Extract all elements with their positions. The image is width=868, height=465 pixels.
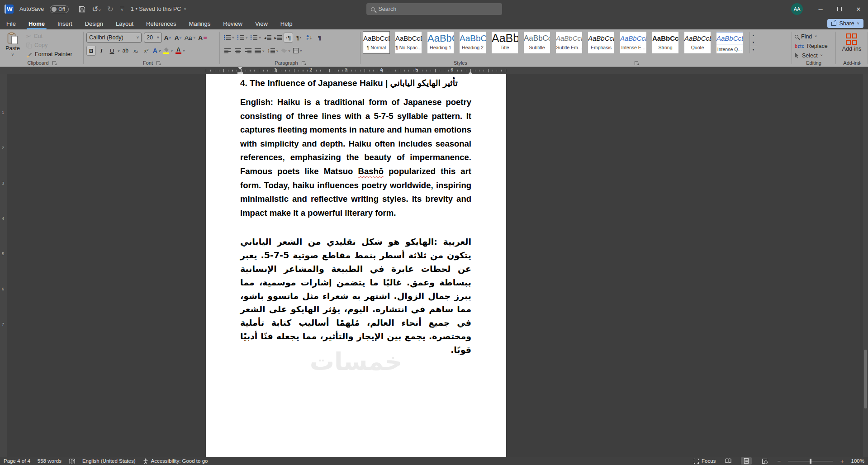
addins-button[interactable]: Add-ins <box>840 31 864 59</box>
zoom-slider-thumb[interactable] <box>810 459 811 464</box>
zoom-out-button[interactable]: − <box>777 458 781 465</box>
word-count[interactable]: 558 words <box>38 458 62 464</box>
collapse-ribbon-icon[interactable]: ˄ <box>858 60 861 65</box>
zoom-level[interactable]: 100% <box>851 458 864 464</box>
style-strong[interactable]: AaBbCcDStrong <box>652 32 678 53</box>
web-layout-button[interactable] <box>759 457 770 465</box>
tab-layout[interactable]: Layout <box>109 18 140 29</box>
font-dialog-launcher-icon[interactable] <box>157 61 160 65</box>
minimize-button[interactable]: ─ <box>811 0 830 18</box>
find-button[interactable]: Find˅ <box>795 33 828 40</box>
arabic-paragraph[interactable]: العربية :الهايكو هو شكل تقليدي من الشعر … <box>240 235 471 356</box>
replace-button[interactable]: b⇄cReplace <box>795 42 828 50</box>
document-page[interactable]: 4. The Influence of Japanese Haiku | تأث… <box>206 74 506 457</box>
justify-button[interactable]: ˅ <box>254 46 266 56</box>
show-formatting-marks-button[interactable]: ¶ <box>315 33 324 43</box>
styles-dialog-launcher-icon[interactable] <box>635 61 638 65</box>
maximize-button[interactable] <box>830 0 849 18</box>
borders-button[interactable]: ˅ <box>292 46 303 56</box>
text-highlight-button[interactable]: ˅ <box>162 46 174 56</box>
horizontal-ruler[interactable]: 1 2 3 4 5 6 <box>0 67 868 74</box>
tab-references[interactable]: References <box>140 18 182 29</box>
customize-quick-access-icon[interactable]: ˅ <box>120 7 124 11</box>
vertical-scrollbar[interactable] <box>863 74 868 457</box>
style-subtitle[interactable]: AaBbCcDSubtitle <box>524 32 550 53</box>
close-button[interactable]: ✕ <box>849 0 868 18</box>
right-indent-marker[interactable] <box>468 69 473 74</box>
zoom-slider[interactable] <box>788 461 833 461</box>
align-right-button[interactable] <box>243 46 253 56</box>
page-indicator[interactable]: Page 4 of 4 <box>4 458 30 464</box>
style-heading2[interactable]: AaBbCcDHeading 2 <box>460 32 486 53</box>
italic-button[interactable]: I <box>97 46 106 56</box>
text-effects-button[interactable]: A˅ <box>152 46 162 56</box>
search-input[interactable]: Search <box>366 3 502 15</box>
tab-design[interactable]: Design <box>79 18 109 29</box>
format-painter-button[interactable]: Format Painter <box>26 51 72 58</box>
copy-button[interactable]: Copy <box>26 42 72 49</box>
bullets-button[interactable]: ˅ <box>223 33 235 43</box>
paragraph-dialog-launcher-icon[interactable] <box>302 61 305 65</box>
style-heading1[interactable]: AaBbCcDHeading 1 <box>427 32 454 53</box>
redo-button[interactable]: ↻ <box>107 5 114 14</box>
grow-font-button[interactable]: A˄ <box>163 33 172 43</box>
decrease-indent-button[interactable]: ◂ <box>263 33 272 43</box>
ltr-text-direction-button[interactable]: ›¶ <box>284 33 293 43</box>
paste-button[interactable]: Paste ˅ <box>3 31 23 59</box>
tab-home[interactable]: Home <box>22 18 51 29</box>
accessibility-status[interactable]: Accessibility: Good to go <box>143 458 208 464</box>
share-button[interactable]: Share ˅ <box>827 19 863 28</box>
avatar[interactable]: AA <box>791 3 803 15</box>
scrollbar-thumb[interactable] <box>864 350 867 408</box>
tab-review[interactable]: Review <box>217 18 249 29</box>
line-spacing-button[interactable]: ↕˅ <box>266 46 280 56</box>
autosave-toggle[interactable]: Off <box>50 5 69 13</box>
document-heading[interactable]: 4. The Influence of Japanese Haiku | تأث… <box>240 78 471 88</box>
read-mode-button[interactable] <box>723 457 734 465</box>
font-size-select[interactable]: 20˅ <box>144 33 162 43</box>
style-emphasis[interactable]: AaBbCcDEmphasis <box>588 32 614 53</box>
shading-button[interactable]: ˅ <box>280 46 291 56</box>
style-quote[interactable]: AaBbCcDQuote <box>684 32 711 53</box>
select-button[interactable]: Select˅ <box>795 52 828 59</box>
tab-mailings[interactable]: Mailings <box>183 18 217 29</box>
undo-button[interactable]: ↺˅ <box>92 5 101 14</box>
shrink-font-button[interactable]: A˅ <box>173 33 183 43</box>
print-layout-button[interactable] <box>741 457 752 465</box>
align-center-button[interactable] <box>233 46 242 56</box>
subscript-button[interactable]: x₂ <box>131 46 141 56</box>
align-left-button[interactable] <box>223 46 232 56</box>
strikethrough-button[interactable]: ab <box>121 46 130 56</box>
language-indicator[interactable]: English (United States) <box>82 458 136 464</box>
clipboard-dialog-launcher-icon[interactable] <box>52 61 56 65</box>
underline-button[interactable]: U <box>107 46 117 56</box>
tab-help[interactable]: Help <box>274 18 299 29</box>
english-paragraph[interactable]: English: Haiku is a traditional form of … <box>240 95 471 220</box>
clear-formatting-button[interactable]: A <box>197 33 208 43</box>
focus-mode-button[interactable]: Focus <box>694 458 716 464</box>
tab-insert[interactable]: Insert <box>51 18 79 29</box>
tab-view[interactable]: View <box>249 18 274 29</box>
cut-button[interactable]: ✂Cut <box>26 33 72 40</box>
multilevel-list-button[interactable]: ˅ <box>249 33 262 43</box>
increase-indent-button[interactable]: ▸ <box>273 33 283 43</box>
styles-gallery-scroll[interactable]: ▴▾▾ <box>749 32 757 53</box>
numbering-button[interactable]: ˅ <box>236 33 249 43</box>
save-icon[interactable] <box>78 5 85 13</box>
font-color-button[interactable]: A˅ <box>175 46 186 56</box>
rtl-text-direction-button[interactable]: ¶‹ <box>294 33 304 43</box>
zoom-in-button[interactable]: + <box>840 458 844 465</box>
document-save-state[interactable]: 1 • Saved to this PC˅ <box>131 6 186 12</box>
vertical-ruler[interactable]: 1 2 3 4 5 6 7 <box>0 74 7 457</box>
sort-button[interactable]: AZ↓ <box>304 33 314 43</box>
style-normal[interactable]: AaBbCcD¶ Normal <box>363 32 389 53</box>
proofing-errors-icon[interactable] <box>69 458 75 464</box>
change-case-button[interactable]: Aa˅ <box>184 33 196 43</box>
superscript-button[interactable]: x² <box>142 46 151 56</box>
tab-file[interactable]: File <box>0 18 22 29</box>
style-no-spacing[interactable]: AaBbCcD¶ No Spac... <box>395 32 422 53</box>
style-intense-emphasis[interactable]: AaBbCcDIntense E... <box>620 32 646 53</box>
style-subtle-emphasis[interactable]: AaBbCcDSubtle Em... <box>556 32 582 53</box>
font-name-select[interactable]: Calibri (Body)˅ <box>86 33 142 43</box>
style-intense-quote[interactable]: AaBbCcDIntense Q... <box>716 32 743 53</box>
